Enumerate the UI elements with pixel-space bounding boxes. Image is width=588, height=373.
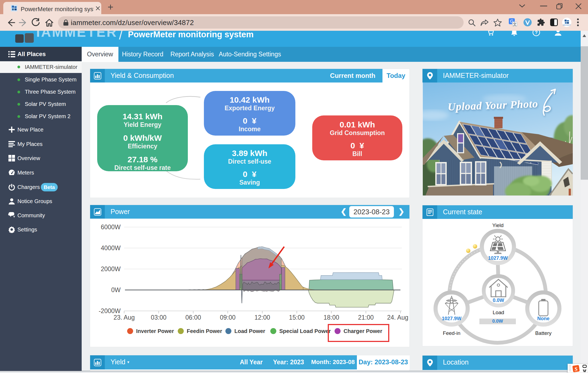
svg-text:Load: Load — [493, 310, 504, 315]
svg-text:-2000W: -2000W — [99, 307, 121, 314]
svg-text:None: None — [537, 316, 550, 321]
svg-text:2000W: 2000W — [101, 265, 121, 273]
svg-text:4000W: 4000W — [101, 244, 121, 252]
svg-text:1027.9W: 1027.9W — [488, 255, 508, 261]
svg-text:06:00: 06:00 — [185, 314, 201, 321]
svg-text:12:00: 12:00 — [255, 314, 270, 321]
svg-text:Feed-in: Feed-in — [443, 330, 460, 336]
svg-text:23. Aug: 23. Aug — [114, 314, 135, 321]
svg-text:21:00: 21:00 — [358, 314, 374, 321]
svg-text:18:00: 18:00 — [323, 314, 339, 321]
svg-text:0.0W: 0.0W — [493, 298, 504, 303]
svg-text:DEVICEKIT: DEVICEKIT — [563, 24, 571, 26]
svg-text:09:00: 09:00 — [220, 314, 236, 321]
svg-text:1027.9W: 1027.9W — [442, 316, 461, 321]
svg-text:6000W: 6000W — [101, 224, 121, 231]
svg-text:?: ? — [535, 31, 538, 35]
svg-text:15:00: 15:00 — [289, 314, 305, 321]
svg-text:0.0W: 0.0W — [492, 319, 503, 324]
svg-text:文: 文 — [513, 22, 517, 26]
svg-text:03:00: 03:00 — [151, 314, 167, 321]
svg-text:0W: 0W — [111, 286, 121, 293]
svg-text:Yield: Yield — [492, 222, 504, 228]
svg-text:Battery: Battery — [535, 330, 552, 336]
svg-text:24. Aug: 24. Aug — [387, 314, 408, 321]
